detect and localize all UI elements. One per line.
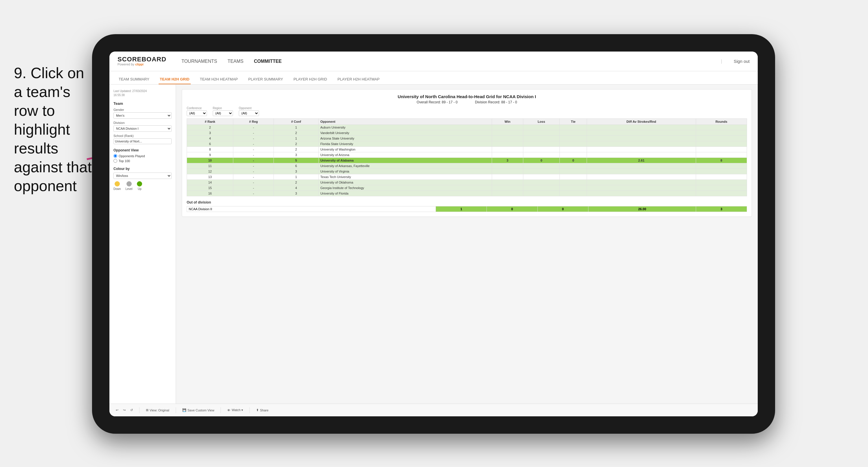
- colour-by-select[interactable]: Win/loss: [114, 173, 172, 179]
- sign-out-button[interactable]: Sign out: [734, 59, 750, 64]
- gender-select[interactable]: Men's Women's: [114, 112, 172, 119]
- col-opponent: Opponent: [318, 119, 492, 125]
- table-row[interactable]: 6-2Florida State University: [187, 141, 747, 147]
- out-of-division-title: Out of division: [187, 200, 747, 204]
- conference-filter: Conference (All): [187, 107, 207, 116]
- tab-team-summary[interactable]: TEAM SUMMARY: [118, 75, 151, 84]
- region-filter: Region (All): [213, 107, 233, 116]
- table-row[interactable]: 9-3University of Arizona: [187, 152, 747, 158]
- table-row[interactable]: 15-4Georgia Institute of Technology: [187, 185, 747, 191]
- bottom-toolbar: ↩ ↪ ↺ ⊞ View: Original 💾 Save Custom Vie…: [110, 404, 758, 416]
- col-reg: # Reg: [233, 119, 274, 125]
- share-label: Share: [260, 409, 268, 412]
- col-rank: # Rank: [187, 119, 233, 125]
- toolbar-save-custom[interactable]: 💾 Save Custom View: [181, 407, 216, 413]
- opponents-played-label: Opponents Played: [119, 154, 145, 158]
- opponent-view-title: Opponent View: [114, 148, 172, 152]
- division-label: Division: [114, 121, 172, 124]
- logo-powered: Powered by clippi: [118, 62, 166, 66]
- reset-button[interactable]: ↺: [128, 407, 134, 413]
- filter-row: Conference (All) Region (All): [187, 107, 747, 116]
- nav-tournaments[interactable]: TOURNAMENTS: [182, 58, 217, 65]
- instruction-text: 9. Click on a team's row to highlight re…: [14, 64, 95, 196]
- region-filter-label: Region: [213, 107, 233, 110]
- table-row[interactable]: 4-1Arizona State University: [187, 136, 747, 141]
- top-100-label: Top 100: [119, 159, 130, 163]
- tab-player-h2h-heatmap[interactable]: PLAYER H2H HEATMAP: [336, 75, 381, 84]
- table-header-row: # Rank # Reg # Conf Opponent Win Loss Ti…: [187, 119, 747, 125]
- grid-title: University of North Carolina Head-to-Hea…: [187, 94, 747, 99]
- table-row[interactable]: 12-3University of Virginia: [187, 169, 747, 174]
- toolbar-watch[interactable]: 👁 Watch ▾: [225, 407, 245, 413]
- nav-links: TOURNAMENTS TEAMS COMMITTEE: [182, 58, 709, 65]
- legend-up: Up: [137, 181, 142, 191]
- tablet-frame: SCOREBOARD Powered by clippi TOURNAMENTS…: [92, 34, 775, 434]
- overall-record: Overall Record: 89 - 17 - 0: [417, 100, 458, 104]
- undo-button[interactable]: ↩: [114, 407, 120, 413]
- down-label: Down: [114, 187, 121, 191]
- gender-label: Gender: [114, 108, 172, 112]
- table-row[interactable]: 11-6University of Arkansas, Fayetteville: [187, 163, 747, 169]
- level-label: Level: [126, 187, 132, 191]
- school-value[interactable]: University of Nort...: [114, 138, 172, 144]
- top-100-radio[interactable]: [114, 159, 117, 163]
- opponent-filter-select[interactable]: (All): [239, 110, 259, 116]
- nav-teams[interactable]: TEAMS: [227, 58, 243, 65]
- division-record: Division Record: 88 - 17 - 0: [475, 100, 517, 104]
- level-dot: [126, 181, 132, 186]
- h2h-table: # Rank # Reg # Conf Opponent Win Loss Ti…: [187, 118, 747, 196]
- table-row[interactable]: 14-2University of Oklahoma: [187, 180, 747, 185]
- toolbar-share[interactable]: ⬆ Share: [254, 407, 270, 413]
- grid-content: University of North Carolina Head-to-Hea…: [176, 85, 758, 404]
- toolbar-view-original[interactable]: ⊞ View: Original: [144, 407, 171, 413]
- tab-team-h2h-heatmap[interactable]: TEAM H2H HEATMAP: [199, 75, 239, 84]
- opponents-played-radio[interactable]: [114, 154, 117, 158]
- table-row[interactable]: 8-2University of Washington: [187, 147, 747, 152]
- out-division-row[interactable]: NCAA Division II10026.003: [187, 206, 747, 212]
- col-diff: Diff Av Strokes/Rnd: [587, 119, 696, 125]
- grid-records: Overall Record: 89 - 17 - 0 Division Rec…: [187, 100, 747, 104]
- table-row[interactable]: 10-5University of Alabama3002.618: [187, 158, 747, 163]
- division-select[interactable]: NCAA Division I NCAA Division II: [114, 125, 172, 132]
- main-content: Last Updated: 27/03/202416:55:38 Team Ge…: [110, 85, 758, 404]
- table-row[interactable]: 3-2Vanderbilt University: [187, 130, 747, 136]
- opponent-filter: Opponent (All): [239, 107, 259, 116]
- opponent-filter-label: Opponent: [239, 107, 259, 110]
- conference-filter-select[interactable]: (All): [187, 110, 207, 116]
- table-row[interactable]: 16-3University of Florida: [187, 191, 747, 196]
- nav-committee[interactable]: COMMITTEE: [254, 58, 282, 65]
- col-loss: Loss: [523, 119, 559, 125]
- save-label: Save Custom View: [188, 409, 214, 412]
- sidebar: Last Updated: 27/03/202416:55:38 Team Ge…: [110, 85, 176, 404]
- table-row[interactable]: 13-1Texas Tech University: [187, 174, 747, 180]
- toolbar-sep-1: [139, 407, 140, 413]
- logo-area: SCOREBOARD Powered by clippi: [118, 56, 166, 66]
- redo-button[interactable]: ↪: [121, 407, 127, 413]
- col-rounds: Rounds: [696, 119, 747, 125]
- tab-team-h2h-grid[interactable]: TEAM H2H GRID: [159, 75, 191, 84]
- col-tie: Tie: [560, 119, 587, 125]
- grid-wrapper: University of North Carolina Head-to-Hea…: [182, 89, 752, 217]
- region-filter-select[interactable]: (All): [213, 110, 233, 116]
- watch-icon: 👁: [227, 409, 230, 412]
- col-win: Win: [492, 119, 523, 125]
- last-updated: Last Updated: 27/03/202416:55:38: [114, 89, 172, 97]
- legend-level: Level: [126, 181, 132, 191]
- out-of-division-table: NCAA Division II10026.003: [187, 206, 747, 212]
- watch-label: Watch ▾: [231, 408, 243, 412]
- up-dot: [137, 181, 142, 186]
- undo-redo-group: ↩ ↪ ↺: [114, 407, 134, 413]
- top-100-option[interactable]: Top 100: [114, 159, 172, 163]
- col-conf: # Conf: [274, 119, 318, 125]
- table-row[interactable]: 2-1Auburn University: [187, 125, 747, 130]
- conference-filter-label: Conference: [187, 107, 207, 110]
- tablet-screen: SCOREBOARD Powered by clippi TOURNAMENTS…: [110, 52, 758, 416]
- tab-player-h2h-grid[interactable]: PLAYER H2H GRID: [292, 75, 328, 84]
- view-label: View: Original: [150, 409, 169, 412]
- tab-player-summary[interactable]: PLAYER SUMMARY: [247, 75, 284, 84]
- logo-scoreboard: SCOREBOARD: [118, 56, 166, 62]
- toolbar-sep-2: [176, 407, 176, 413]
- legend-down: Down: [114, 181, 121, 191]
- opponents-played-option[interactable]: Opponents Played: [114, 154, 172, 158]
- school-label: School (Rank): [114, 134, 172, 138]
